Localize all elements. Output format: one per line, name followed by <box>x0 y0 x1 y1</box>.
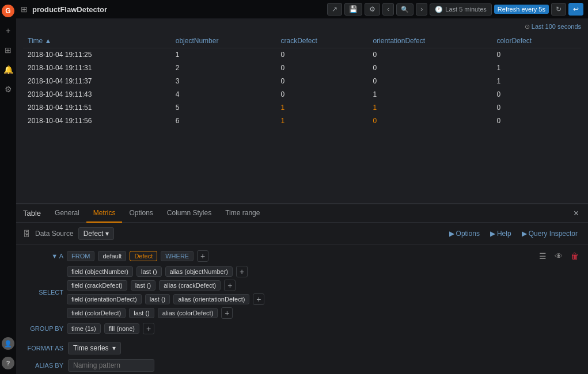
triangle-icon-qi: ▶ <box>522 230 527 238</box>
agg-orientationdefect[interactable]: last () <box>145 294 170 304</box>
table-cell: 0 <box>276 62 369 75</box>
query-action-buttons: ▶ Options ▶ Help ▶ Query Inspector <box>446 228 581 239</box>
undo-button[interactable]: ↩ <box>568 3 583 16</box>
datasource-select[interactable]: Defect ▾ <box>78 227 115 240</box>
query-controls: 🗄 Data Source Defect ▾ ▶ Options ▶ Help <box>16 223 588 245</box>
alias-objectnumber[interactable]: alias (objectNumber) <box>165 266 233 277</box>
user-icon[interactable]: 👤 <box>2 337 14 350</box>
topbar-actions: ↗ 💾 ⚙ ‹ 🔍 › 🕐 Last 5 minutes Refresh eve… <box>327 3 583 16</box>
field-objectnumber[interactable]: field (objectNumber) <box>67 266 133 277</box>
alias-colordefect[interactable]: alias (colorDefect) <box>158 308 218 318</box>
table-row: 2018-10-04 19:11:373001 <box>23 75 581 88</box>
from-database[interactable]: default <box>98 251 126 261</box>
format-as-value: Time series <box>73 344 109 352</box>
col-objectnumber[interactable]: objectNumber <box>171 34 276 48</box>
search-button[interactable]: 🔍 <box>396 3 414 16</box>
tab-time-range[interactable]: Time range <box>218 204 267 223</box>
tab-column-styles[interactable]: Column Styles <box>160 204 218 223</box>
triangle-icon-help: ▶ <box>490 230 495 238</box>
table-cell: 2018-10-04 19:11:25 <box>23 48 171 62</box>
options-button[interactable]: ▶ Options <box>446 228 483 239</box>
alias-orientationdefect[interactable]: alias (orientationDefect) <box>173 294 249 304</box>
table-cell: 1 <box>492 75 581 88</box>
save-button[interactable]: 💾 <box>344 3 362 16</box>
panel-area: ⊙ Last 100 seconds Time ▲ objectNumber c… <box>16 18 588 374</box>
last-100-label: ⊙ Last 100 seconds <box>23 23 581 30</box>
col-crackdefect[interactable]: crackDefect <box>276 34 369 48</box>
col-time[interactable]: Time ▲ <box>23 34 171 48</box>
table-cell: 4 <box>171 88 276 101</box>
alias-by-input[interactable] <box>68 359 154 372</box>
agg-objectnumber[interactable]: last () <box>136 266 162 277</box>
table-panel: ⊙ Last 100 seconds Time ▲ objectNumber c… <box>16 18 588 203</box>
forward-button[interactable]: › <box>416 3 427 16</box>
grid-icon[interactable]: ⊞ <box>2 44 14 56</box>
table-cell: 2018-10-04 19:11:51 <box>23 101 171 115</box>
settings-icon[interactable]: ⚙ <box>2 83 14 96</box>
table-row: 2018-10-04 19:11:515110 <box>23 101 581 115</box>
col-orientationdefect[interactable]: orientationDefect <box>368 34 492 48</box>
dashboard-title: productFlawDetector <box>32 5 324 14</box>
table-cell: 5 <box>171 101 276 115</box>
tab-general[interactable]: General <box>48 204 86 223</box>
group-by-time[interactable]: time (1s) <box>67 323 101 334</box>
from-table[interactable]: Defect <box>130 251 157 261</box>
bell-icon[interactable]: 🔔 <box>2 63 14 76</box>
table-row: 2018-10-04 19:11:312001 <box>23 62 581 75</box>
select-row-header: SELECT field (objectNumber) last () alia… <box>23 266 581 319</box>
plus-icon[interactable]: + <box>2 24 14 37</box>
add-where-button[interactable]: + <box>197 250 208 262</box>
datasource-value: Defect <box>84 230 104 238</box>
grid-menu-icon[interactable]: ⊞ <box>21 5 28 14</box>
refresh-button[interactable]: ↻ <box>551 3 566 16</box>
agg-colordefect[interactable]: last () <box>129 308 154 318</box>
alias-crackdefect[interactable]: alias (crackDefect) <box>159 280 221 291</box>
select-label: SELECT <box>23 289 63 296</box>
time-range-selector[interactable]: 🕐 Last 5 minutes <box>430 3 492 16</box>
time-label: Last 5 minutes <box>445 6 487 13</box>
select-fields: field (objectNumber) last () alias (obje… <box>67 266 264 319</box>
add-orientationdefect-field-button[interactable]: + <box>253 293 264 305</box>
triangle-icon: ▶ <box>449 230 454 238</box>
data-table: Time ▲ objectNumber crackDefect orientat… <box>23 34 581 128</box>
select-row-2: field (orientationDefect) last () alias … <box>67 293 264 305</box>
tab-options[interactable]: Options <box>122 204 160 223</box>
col-colordefect[interactable]: colorDefect <box>492 34 581 48</box>
row-menu-icon[interactable]: ☰ <box>537 250 549 262</box>
share-button[interactable]: ↗ <box>327 3 342 16</box>
add-colordefect-field-button[interactable]: + <box>221 307 233 319</box>
table-cell: 2018-10-04 19:11:31 <box>23 62 171 75</box>
tabs-row: Table General Metrics Options Column Sty… <box>16 204 588 223</box>
question-icon[interactable]: ? <box>2 357 14 369</box>
back-button[interactable]: ‹ <box>382 3 394 16</box>
where-keyword: WHERE <box>161 251 194 261</box>
format-as-row: FORMAT AS Time series ▾ <box>16 339 588 357</box>
table-cell: 0 <box>492 48 581 62</box>
table-cell: 0 <box>492 101 581 115</box>
close-panel-button[interactable]: × <box>571 206 581 221</box>
query-editor-panel: Table General Metrics Options Column Sty… <box>16 203 588 374</box>
table-cell: 3 <box>171 75 276 88</box>
field-orientationdefect[interactable]: field (orientationDefect) <box>67 294 142 304</box>
row-eye-icon[interactable]: 👁 <box>552 250 565 262</box>
table-row: 2018-10-04 19:11:434010 <box>23 88 581 101</box>
tab-metrics[interactable]: Metrics <box>86 204 123 223</box>
field-crackdefect[interactable]: field (crackDefect) <box>67 280 127 291</box>
settings-button[interactable]: ⚙ <box>365 3 380 16</box>
group-by-fill[interactable]: fill (none) <box>104 323 139 334</box>
add-objectnumber-field-button[interactable]: + <box>236 266 248 277</box>
table-cell: 2018-10-04 19:11:43 <box>23 88 171 101</box>
row-actions: ☰ 👁 🗑 <box>537 250 581 262</box>
format-as-select[interactable]: Time series ▾ <box>68 342 121 354</box>
row-delete-icon[interactable]: 🗑 <box>568 250 581 262</box>
table-cell: 1 <box>276 101 369 115</box>
help-button[interactable]: ▶ Help <box>487 228 515 239</box>
agg-crackdefect[interactable]: last () <box>131 280 156 291</box>
table-cell: 0 <box>492 88 581 101</box>
field-colordefect[interactable]: field (colorDefect) <box>67 308 126 318</box>
datasource-label: Data Source <box>35 230 74 238</box>
query-inspector-button[interactable]: ▶ Query Inspector <box>518 228 581 239</box>
format-as-label: FORMAT AS <box>23 345 63 352</box>
add-group-by-button[interactable]: + <box>143 323 154 334</box>
add-crackdefect-field-button[interactable]: + <box>224 280 236 291</box>
